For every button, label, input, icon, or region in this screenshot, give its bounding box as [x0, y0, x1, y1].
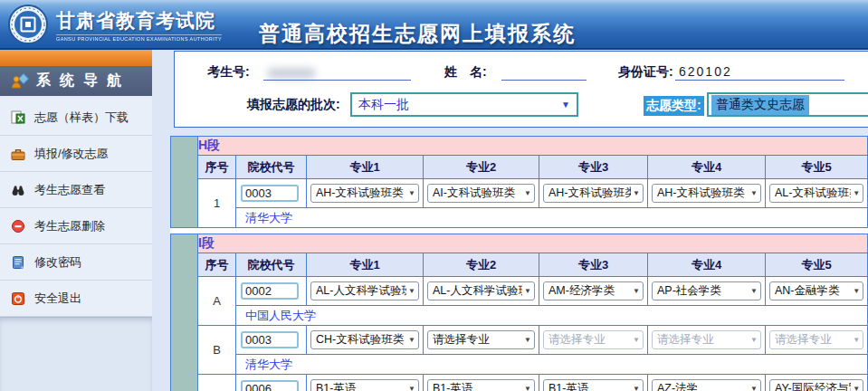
- section-table: I段序号院校代号专业1专业2专业3专业4专业5AAL-人文科学试验班▼AL-人文…: [170, 234, 868, 391]
- volunteer-row: AAL-人文科学试验班▼AL-人文科学试验班▼AM-经济学类▼AP-社会学类▼A…: [171, 277, 868, 306]
- section-side-band: [171, 137, 198, 228]
- college-code-input[interactable]: [241, 380, 299, 391]
- agency-emblem-icon: [7, 4, 49, 45]
- column-header: 院校代号: [236, 253, 307, 277]
- volunteer-type-label: 志愿类型:: [644, 96, 704, 116]
- major-select: 请选择专业▼: [652, 330, 761, 349]
- major-select-value: AI-文科试验班类: [433, 186, 522, 201]
- major-select[interactable]: AP-社会学类▼: [652, 281, 761, 300]
- major-cell: AP-社会学类▼: [648, 277, 766, 306]
- college-code-input[interactable]: [241, 282, 299, 300]
- sidebar-item-change-password[interactable]: 修改密码: [0, 244, 152, 281]
- section-header-row: H段: [171, 137, 868, 156]
- sidebar-item-delete-volunteer[interactable]: 考生志愿删除: [0, 208, 152, 244]
- chevron-down-icon: ▼: [853, 189, 860, 197]
- major-select[interactable]: AZ-法学▼: [652, 379, 761, 391]
- major-select-value: 请选择专业: [775, 332, 851, 348]
- major-select-value: AM-经济学类: [548, 283, 631, 299]
- main-content: 考生号: 姓 名: 身份证号: 620102 填报志愿的批次: 本科一批 ▼ 志…: [152, 50, 868, 391]
- major-select-value: AL-人文科学试验班: [316, 283, 406, 299]
- batch-select[interactable]: 本科一批 ▼: [350, 92, 578, 117]
- id-number-underline: [675, 80, 844, 81]
- university-link[interactable]: 中国人民大学: [236, 308, 316, 324]
- sidebar-item-label: 志愿（样表）下载: [34, 110, 129, 126]
- column-header: 序号: [198, 253, 236, 277]
- chevron-down-icon: ▼: [750, 287, 758, 295]
- chevron-down-icon: ▼: [633, 287, 640, 295]
- major-select[interactable]: B1-英语▼: [427, 379, 535, 391]
- sidebar-menu: 志愿（样表）下载 填报/修改志愿 考生志愿查看: [0, 96, 152, 317]
- major-select[interactable]: AI-文科试验班类▼: [427, 184, 535, 203]
- university-cell: 清华大学: [236, 208, 868, 228]
- chevron-down-icon: ▼: [633, 189, 640, 197]
- agency-name-en: GANSU PROVINCIAL EDUCATION EXAMINATIONS …: [56, 34, 222, 42]
- sidebar-item-download-sample[interactable]: 志愿（样表）下载: [0, 100, 152, 136]
- major-select[interactable]: AH-文科试验班类▼: [310, 184, 419, 203]
- chevron-down-icon: ▼: [524, 287, 531, 295]
- volunteer-type-field[interactable]: 普通类文史志愿: [707, 92, 868, 117]
- major-select[interactable]: AL-人文科学试验班▼: [427, 281, 535, 300]
- major-select: 请选择专业▼: [543, 330, 644, 349]
- column-header: 专业3: [539, 253, 648, 277]
- university-cell: 中国人民大学: [236, 306, 868, 326]
- major-cell: 请选择专业▼: [648, 326, 766, 355]
- sidebar-item-fill-modify[interactable]: 填报/修改志愿: [0, 136, 152, 172]
- batch-select-value: 本科一批: [358, 97, 409, 113]
- major-select[interactable]: B1-英语▼: [310, 379, 419, 391]
- university-link[interactable]: 清华大学: [236, 357, 292, 373]
- id-number-value: 620102: [679, 64, 732, 79]
- university-cell: 清华大学: [236, 355, 868, 375]
- section-table: H段序号院校代号专业1专业2专业3专业4专业51AH-文科试验班类▼AI-文科试…: [170, 136, 868, 228]
- major-select-value: B1-英语: [548, 381, 631, 391]
- sidebar-item-label: 安全退出: [34, 291, 81, 307]
- major-select[interactable]: AN-金融学类▼: [769, 281, 863, 300]
- seq-cell: A: [198, 277, 236, 326]
- college-code-cell: [236, 277, 307, 306]
- college-code-cell: [236, 375, 307, 391]
- chevron-down-icon: ▼: [853, 385, 860, 391]
- major-cell: AM-经济学类▼: [539, 277, 648, 306]
- sidebar-item-label: 考生志愿删除: [34, 218, 105, 234]
- column-header: 专业5: [766, 253, 868, 277]
- column-header-row: 序号院校代号专业1专业2专业3专业4专业5: [171, 156, 868, 179]
- excel-download-icon: [11, 110, 25, 125]
- column-header: 序号: [198, 156, 236, 179]
- sidebar: 系统导航 志愿（样表）下载 填报/修改志愿: [0, 50, 152, 391]
- sidebar-item-logout[interactable]: 安全退出: [0, 281, 152, 317]
- major-select[interactable]: B1-英语▼: [543, 379, 644, 391]
- chevron-down-icon: ▼: [408, 385, 415, 391]
- nav-people-icon: [11, 73, 29, 90]
- university-link[interactable]: 清华大学: [236, 210, 292, 226]
- sidebar-item-label: 修改密码: [34, 254, 81, 271]
- sidebar-item-view-volunteer[interactable]: 考生志愿查看: [0, 172, 152, 208]
- major-select-value: AH-文科试验班类: [657, 186, 749, 201]
- college-code-input[interactable]: [241, 185, 299, 202]
- chevron-down-icon: ▼: [853, 287, 860, 295]
- column-header-row: 序号院校代号专业1专业2专业3专业4专业5: [171, 253, 868, 277]
- column-header: 专业4: [648, 156, 766, 179]
- major-select[interactable]: AL-人文科学试验班▼: [310, 281, 419, 300]
- major-cell: 请选择专业▼: [539, 326, 648, 355]
- chevron-down-icon: ▼: [408, 336, 415, 344]
- candidate-info-form: 考生号: 姓 名: 身份证号: 620102 填报志愿的批次: 本科一批 ▼ 志…: [174, 51, 868, 128]
- university-row: 中国人民大学: [171, 306, 868, 326]
- major-cell: AZ-法学▼: [648, 375, 766, 391]
- major-cell: AH-文科试验班类▼: [307, 179, 424, 208]
- major-cell: B1-英语▼: [307, 375, 424, 391]
- chevron-down-icon: ▼: [750, 189, 758, 197]
- college-code-input[interactable]: [241, 331, 299, 348]
- major-cell: 请选择专业▼: [766, 326, 868, 355]
- top-banner: 甘肃省教育考试院 GANSU PROVINCIAL EDUCATION EXAM…: [0, 0, 868, 50]
- major-select[interactable]: CH-文科试验班类▼: [310, 330, 419, 349]
- major-select[interactable]: AM-经济学类▼: [543, 281, 644, 300]
- major-cell: AH-文科试验班类▼: [648, 179, 766, 208]
- major-select[interactable]: 请选择专业▼: [427, 330, 535, 349]
- major-select[interactable]: AY-国际经济与贸易▼: [769, 379, 863, 391]
- major-select-value: AL-文科试验班类: [775, 186, 851, 201]
- major-select[interactable]: AL-文科试验班类▼: [769, 184, 863, 203]
- section-header-row: I段: [171, 234, 868, 253]
- major-select-value: AZ-法学: [657, 381, 749, 391]
- agency-name: 甘肃省教育考试院: [56, 8, 222, 33]
- major-select[interactable]: AH-文科试验班类▼: [652, 184, 761, 203]
- major-select[interactable]: AH-文科试验班类▼: [543, 184, 644, 203]
